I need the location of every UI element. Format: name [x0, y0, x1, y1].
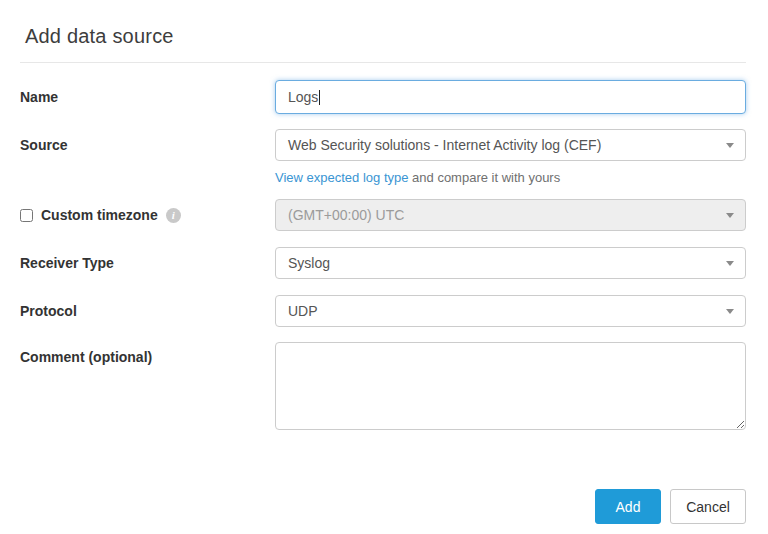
chevron-down-icon [726, 309, 734, 314]
chevron-down-icon [726, 261, 734, 266]
title-divider [20, 62, 746, 63]
comment-row: Comment (optional) [20, 342, 746, 434]
timezone-select: (GMT+00:00) UTC [275, 199, 746, 231]
name-input[interactable]: Logs [275, 80, 746, 114]
page-title: Add data source [25, 24, 746, 48]
protocol-row: Protocol UDP [20, 295, 746, 327]
source-label: Source [20, 137, 67, 153]
info-icon[interactable]: i [166, 208, 181, 223]
source-select-value: Web Security solutions - Internet Activi… [288, 137, 601, 153]
add-data-source-dialog: Add data source Name Logs Source Web Sec… [0, 0, 768, 534]
timezone-row: Custom timezone i (GMT+00:00) UTC [20, 199, 746, 231]
dialog-actions: Add Cancel [20, 489, 746, 524]
source-select[interactable]: Web Security solutions - Internet Activi… [275, 129, 746, 161]
custom-timezone-label: Custom timezone [41, 207, 158, 223]
source-row: Source Web Security solutions - Internet… [20, 129, 746, 186]
protocol-select[interactable]: UDP [275, 295, 746, 327]
chevron-down-icon [726, 143, 734, 148]
chevron-down-icon [726, 213, 734, 218]
name-row: Name Logs [20, 80, 746, 114]
receiver-type-select-value: Syslog [288, 255, 330, 271]
receiver-type-select[interactable]: Syslog [275, 247, 746, 279]
receiver-type-label: Receiver Type [20, 255, 114, 271]
comment-label: Comment (optional) [20, 349, 152, 365]
text-cursor [319, 90, 320, 105]
name-input-value: Logs [288, 89, 318, 105]
custom-timezone-checkbox[interactable] [20, 209, 33, 222]
comment-textarea[interactable] [275, 342, 746, 430]
log-type-hint-suffix: and compare it with yours [408, 170, 560, 185]
protocol-label: Protocol [20, 303, 77, 319]
add-button[interactable]: Add [595, 489, 661, 524]
receiver-type-row: Receiver Type Syslog [20, 247, 746, 279]
timezone-select-value: (GMT+00:00) UTC [288, 207, 404, 223]
view-expected-log-type-link[interactable]: View expected log type [275, 170, 408, 185]
protocol-select-value: UDP [288, 303, 318, 319]
name-label: Name [20, 89, 58, 105]
cancel-button[interactable]: Cancel [670, 489, 746, 524]
log-type-hint: View expected log type and compare it wi… [275, 170, 746, 186]
